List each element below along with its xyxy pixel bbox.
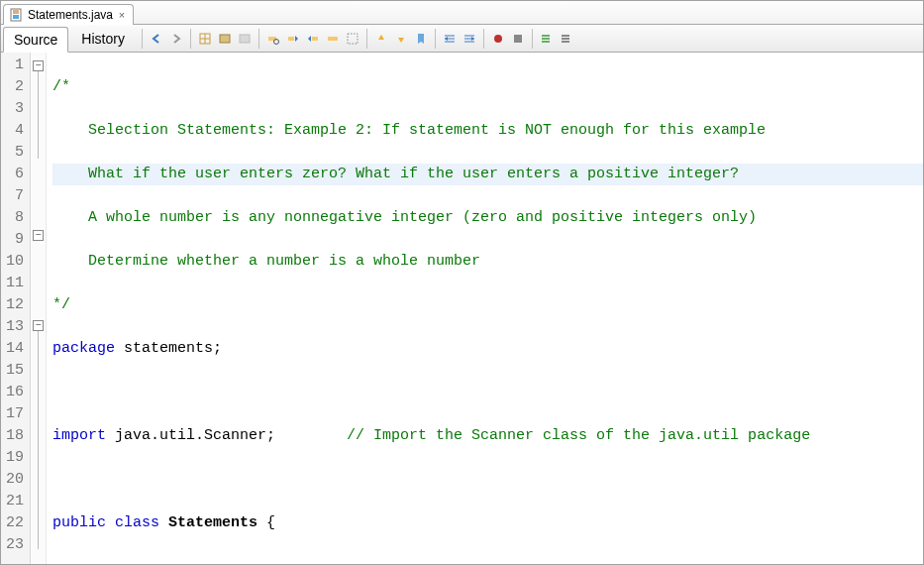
svg-rect-8 bbox=[312, 37, 318, 41]
line-number: 13 bbox=[5, 316, 24, 338]
code-text: */ bbox=[52, 296, 70, 313]
code-text: A whole number is any nonnegative intege… bbox=[52, 209, 757, 226]
code-text: java.util.Scanner; bbox=[106, 427, 275, 444]
editor-toolbar: Source History bbox=[1, 25, 923, 53]
toolbar-separator bbox=[142, 29, 143, 49]
line-number: 20 bbox=[5, 469, 24, 491]
tab-history[interactable]: History bbox=[70, 26, 136, 52]
line-number-gutter: 1 2 3 4 5 6 7 8 9 10 11 12 13 14 15 16 1… bbox=[1, 53, 31, 564]
toolbar-separator bbox=[258, 29, 259, 49]
file-tab[interactable]: Statements.java × bbox=[3, 4, 134, 25]
java-file-icon bbox=[10, 8, 24, 22]
start-macro-icon[interactable] bbox=[488, 29, 508, 49]
find-selection-icon[interactable] bbox=[263, 29, 283, 49]
toolbar-separator bbox=[190, 29, 191, 49]
selection-box-icon[interactable] bbox=[343, 29, 362, 49]
svg-rect-1 bbox=[13, 15, 19, 19]
tab-source[interactable]: Source bbox=[3, 27, 68, 53]
file-tab-label: Statements.java bbox=[28, 8, 113, 22]
code-text: package bbox=[52, 340, 115, 357]
line-number: 9 bbox=[5, 229, 24, 251]
code-text: statements; bbox=[115, 340, 222, 357]
close-icon[interactable]: × bbox=[117, 10, 127, 20]
code-content[interactable]: /* Selection Statements: Example 2: If s… bbox=[47, 53, 923, 564]
svg-rect-10 bbox=[348, 34, 358, 44]
fold-column: − − − bbox=[31, 53, 47, 564]
stop-macro-icon[interactable] bbox=[508, 29, 528, 49]
shift-right-icon[interactable] bbox=[460, 29, 479, 49]
tool-icon[interactable] bbox=[195, 29, 215, 49]
tool-icon[interactable] bbox=[235, 29, 255, 49]
forward-icon[interactable] bbox=[166, 29, 186, 49]
line-number: 15 bbox=[5, 360, 24, 382]
line-number: 3 bbox=[5, 98, 24, 120]
svg-rect-9 bbox=[328, 37, 338, 41]
toolbar-separator bbox=[435, 29, 436, 49]
fold-toggle-icon[interactable]: − bbox=[33, 320, 44, 331]
bookmark-next-icon[interactable] bbox=[391, 29, 411, 49]
line-number: 6 bbox=[5, 164, 24, 185]
line-number: 23 bbox=[5, 534, 24, 556]
line-number: 21 bbox=[5, 491, 24, 512]
line-number: 19 bbox=[5, 447, 24, 469]
find-next-icon[interactable] bbox=[303, 29, 323, 49]
code-text: // Import the Scanner class of the java.… bbox=[275, 427, 810, 444]
find-prev-icon[interactable] bbox=[283, 29, 303, 49]
code-editor[interactable]: 1 2 3 4 5 6 7 8 9 10 11 12 13 14 15 16 1… bbox=[1, 53, 923, 564]
back-icon[interactable] bbox=[147, 29, 166, 49]
code-text: What if the user enters zero? What if th… bbox=[52, 166, 739, 182]
bookmark-prev-icon[interactable] bbox=[371, 29, 391, 49]
code-text: Selection Statements: Example 2: If stat… bbox=[52, 122, 766, 139]
line-number: 7 bbox=[5, 185, 24, 207]
tool-icon[interactable] bbox=[215, 29, 235, 49]
toolbar-separator bbox=[483, 29, 484, 49]
comment-icon[interactable] bbox=[537, 29, 557, 49]
svg-rect-4 bbox=[240, 35, 250, 43]
line-number: 10 bbox=[5, 251, 24, 273]
line-number: 4 bbox=[5, 120, 24, 142]
line-number: 17 bbox=[5, 403, 24, 425]
svg-rect-7 bbox=[288, 37, 294, 41]
line-number: 11 bbox=[5, 273, 24, 294]
line-number: 1 bbox=[5, 55, 24, 76]
shift-left-icon[interactable] bbox=[440, 29, 460, 49]
file-tab-bar: Statements.java × bbox=[1, 1, 923, 25]
toolbar-separator bbox=[366, 29, 367, 49]
line-number: 12 bbox=[5, 294, 24, 316]
line-number: 16 bbox=[5, 382, 24, 403]
code-text: Determine whether a number is a whole nu… bbox=[52, 253, 480, 270]
toolbar-separator bbox=[532, 29, 533, 49]
line-number: 14 bbox=[5, 338, 24, 360]
line-number: 5 bbox=[5, 142, 24, 164]
line-number: 18 bbox=[5, 425, 24, 447]
code-text: class bbox=[115, 514, 159, 531]
line-number: 8 bbox=[5, 207, 24, 229]
code-text: import bbox=[52, 427, 106, 444]
line-number: 22 bbox=[5, 512, 24, 534]
line-number: 2 bbox=[5, 76, 24, 98]
highlight-icon[interactable] bbox=[323, 29, 343, 49]
svg-point-11 bbox=[494, 35, 502, 43]
code-text: public bbox=[52, 514, 106, 531]
code-text: /* bbox=[52, 78, 70, 95]
svg-rect-3 bbox=[220, 35, 230, 43]
bookmark-toggle-icon[interactable] bbox=[411, 29, 431, 49]
svg-rect-12 bbox=[514, 35, 522, 43]
fold-toggle-icon[interactable]: − bbox=[33, 230, 44, 241]
fold-toggle-icon[interactable]: − bbox=[33, 60, 44, 71]
code-text: Statements bbox=[168, 514, 257, 531]
uncomment-icon[interactable] bbox=[557, 29, 576, 49]
